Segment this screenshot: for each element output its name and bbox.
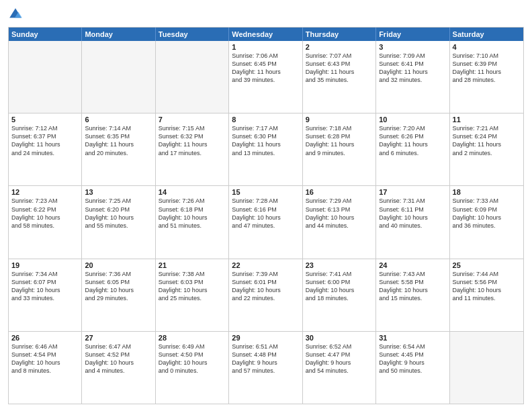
day-cell-18: 18Sunrise: 7:33 AM Sunset: 6:09 PM Dayli…	[450, 186, 523, 258]
day-cell-27: 27Sunrise: 6:47 AM Sunset: 4:52 PM Dayli…	[82, 332, 155, 404]
day-cell-17: 17Sunrise: 7:31 AM Sunset: 6:11 PM Dayli…	[376, 186, 449, 258]
day-info: Sunrise: 7:43 AM Sunset: 5:58 PM Dayligh…	[379, 270, 446, 303]
day-number-10: 10	[379, 116, 446, 124]
day-info: Sunrise: 7:21 AM Sunset: 6:24 PM Dayligh…	[453, 124, 521, 157]
day-info: Sunrise: 7:10 AM Sunset: 6:39 PM Dayligh…	[453, 52, 521, 85]
day-cell-19: 19Sunrise: 7:34 AM Sunset: 6:07 PM Dayli…	[9, 259, 82, 331]
day-info: Sunrise: 7:41 AM Sunset: 6:00 PM Dayligh…	[306, 270, 373, 303]
weekday-wednesday: Wednesday	[229, 28, 302, 41]
day-number-8: 8	[232, 116, 299, 124]
day-cell-25: 25Sunrise: 7:44 AM Sunset: 5:56 PM Dayli…	[450, 259, 523, 331]
day-info: Sunrise: 7:06 AM Sunset: 6:45 PM Dayligh…	[232, 52, 299, 85]
calendar-body: 1Sunrise: 7:06 AM Sunset: 6:45 PM Daylig…	[9, 41, 523, 404]
day-number-24: 24	[379, 261, 446, 269]
day-number-2: 2	[306, 43, 373, 51]
day-info: Sunrise: 6:51 AM Sunset: 4:48 PM Dayligh…	[232, 342, 299, 375]
day-number-19: 19	[11, 261, 79, 269]
day-info: Sunrise: 7:38 AM Sunset: 6:03 PM Dayligh…	[159, 270, 226, 303]
day-cell-empty	[82, 41, 155, 113]
day-info: Sunrise: 7:17 AM Sunset: 6:30 PM Dayligh…	[232, 124, 299, 157]
day-number-23: 23	[306, 261, 373, 269]
day-number-16: 16	[306, 188, 373, 196]
weekday-thursday: Thursday	[303, 28, 376, 41]
day-number-5: 5	[11, 116, 79, 124]
day-info: Sunrise: 7:29 AM Sunset: 6:13 PM Dayligh…	[306, 197, 373, 230]
logo	[8, 7, 26, 21]
day-number-4: 4	[453, 43, 521, 51]
day-number-30: 30	[306, 334, 373, 342]
day-number-1: 1	[232, 43, 299, 51]
day-info: Sunrise: 7:34 AM Sunset: 6:07 PM Dayligh…	[11, 270, 79, 303]
weekday-sunday: Sunday	[9, 28, 82, 41]
calendar-row-4: 19Sunrise: 7:34 AM Sunset: 6:07 PM Dayli…	[9, 259, 523, 331]
day-info: Sunrise: 7:15 AM Sunset: 6:32 PM Dayligh…	[159, 124, 226, 157]
day-number-26: 26	[11, 334, 79, 342]
weekday-friday: Friday	[376, 28, 449, 41]
day-info: Sunrise: 6:47 AM Sunset: 4:52 PM Dayligh…	[85, 342, 152, 375]
day-info: Sunrise: 7:28 AM Sunset: 6:16 PM Dayligh…	[232, 197, 299, 230]
day-cell-6: 6Sunrise: 7:14 AM Sunset: 6:35 PM Daylig…	[82, 113, 155, 185]
day-number-27: 27	[85, 334, 152, 342]
day-info: Sunrise: 7:44 AM Sunset: 5:56 PM Dayligh…	[453, 270, 521, 303]
day-info: Sunrise: 6:46 AM Sunset: 4:54 PM Dayligh…	[11, 342, 79, 375]
day-cell-31: 31Sunrise: 6:54 AM Sunset: 4:45 PM Dayli…	[376, 332, 449, 404]
day-info: Sunrise: 6:49 AM Sunset: 4:50 PM Dayligh…	[159, 342, 226, 375]
day-cell-15: 15Sunrise: 7:28 AM Sunset: 6:16 PM Dayli…	[229, 186, 302, 258]
logo-icon	[8, 7, 23, 21]
day-number-7: 7	[159, 116, 226, 124]
calendar-row-2: 5Sunrise: 7:12 AM Sunset: 6:37 PM Daylig…	[9, 113, 523, 185]
day-info: Sunrise: 7:26 AM Sunset: 6:18 PM Dayligh…	[159, 197, 226, 230]
day-number-31: 31	[379, 334, 446, 342]
day-cell-30: 30Sunrise: 6:52 AM Sunset: 4:47 PM Dayli…	[303, 332, 376, 404]
day-number-15: 15	[232, 188, 299, 196]
day-number-13: 13	[85, 188, 152, 196]
day-cell-23: 23Sunrise: 7:41 AM Sunset: 6:00 PM Dayli…	[303, 259, 376, 331]
day-cell-3: 3Sunrise: 7:09 AM Sunset: 6:41 PM Daylig…	[376, 41, 449, 113]
day-number-17: 17	[379, 188, 446, 196]
day-info: Sunrise: 7:23 AM Sunset: 6:22 PM Dayligh…	[11, 197, 79, 230]
day-cell-empty	[450, 332, 523, 404]
weekday-monday: Monday	[82, 28, 155, 41]
day-cell-12: 12Sunrise: 7:23 AM Sunset: 6:22 PM Dayli…	[9, 186, 82, 258]
day-info: Sunrise: 7:39 AM Sunset: 6:01 PM Dayligh…	[232, 270, 299, 303]
day-info: Sunrise: 7:12 AM Sunset: 6:37 PM Dayligh…	[11, 124, 79, 157]
calendar: SundayMondayTuesdayWednesdayThursdayFrid…	[8, 27, 524, 404]
day-number-18: 18	[453, 188, 521, 196]
day-info: Sunrise: 7:20 AM Sunset: 6:26 PM Dayligh…	[379, 124, 446, 157]
day-cell-9: 9Sunrise: 7:18 AM Sunset: 6:28 PM Daylig…	[303, 113, 376, 185]
day-info: Sunrise: 7:31 AM Sunset: 6:11 PM Dayligh…	[379, 197, 446, 230]
day-cell-empty	[9, 41, 82, 113]
day-number-12: 12	[11, 188, 79, 196]
day-number-28: 28	[159, 334, 226, 342]
day-number-25: 25	[453, 261, 521, 269]
day-cell-16: 16Sunrise: 7:29 AM Sunset: 6:13 PM Dayli…	[303, 186, 376, 258]
day-info: Sunrise: 6:52 AM Sunset: 4:47 PM Dayligh…	[306, 342, 373, 375]
day-cell-4: 4Sunrise: 7:10 AM Sunset: 6:39 PM Daylig…	[450, 41, 523, 113]
day-info: Sunrise: 7:07 AM Sunset: 6:43 PM Dayligh…	[306, 52, 373, 85]
day-cell-13: 13Sunrise: 7:25 AM Sunset: 6:20 PM Dayli…	[82, 186, 155, 258]
day-cell-20: 20Sunrise: 7:36 AM Sunset: 6:05 PM Dayli…	[82, 259, 155, 331]
day-info: Sunrise: 7:18 AM Sunset: 6:28 PM Dayligh…	[306, 124, 373, 157]
page-header	[8, 7, 524, 21]
day-cell-5: 5Sunrise: 7:12 AM Sunset: 6:37 PM Daylig…	[9, 113, 82, 185]
day-info: Sunrise: 6:54 AM Sunset: 4:45 PM Dayligh…	[379, 342, 446, 375]
day-info: Sunrise: 7:25 AM Sunset: 6:20 PM Dayligh…	[85, 197, 152, 230]
day-cell-29: 29Sunrise: 6:51 AM Sunset: 4:48 PM Dayli…	[229, 332, 302, 404]
day-cell-empty	[156, 41, 229, 113]
day-cell-26: 26Sunrise: 6:46 AM Sunset: 4:54 PM Dayli…	[9, 332, 82, 404]
calendar-row-5: 26Sunrise: 6:46 AM Sunset: 4:54 PM Dayli…	[9, 331, 523, 404]
weekday-saturday: Saturday	[450, 28, 523, 41]
day-cell-11: 11Sunrise: 7:21 AM Sunset: 6:24 PM Dayli…	[450, 113, 523, 185]
day-number-22: 22	[232, 261, 299, 269]
day-cell-24: 24Sunrise: 7:43 AM Sunset: 5:58 PM Dayli…	[376, 259, 449, 331]
day-number-14: 14	[159, 188, 226, 196]
day-number-20: 20	[85, 261, 152, 269]
day-number-11: 11	[453, 116, 521, 124]
day-number-9: 9	[306, 116, 373, 124]
weekday-tuesday: Tuesday	[156, 28, 229, 41]
day-number-3: 3	[379, 43, 446, 51]
day-info: Sunrise: 7:36 AM Sunset: 6:05 PM Dayligh…	[85, 270, 152, 303]
day-cell-21: 21Sunrise: 7:38 AM Sunset: 6:03 PM Dayli…	[156, 259, 229, 331]
day-number-21: 21	[159, 261, 226, 269]
calendar-row-3: 12Sunrise: 7:23 AM Sunset: 6:22 PM Dayli…	[9, 185, 523, 258]
